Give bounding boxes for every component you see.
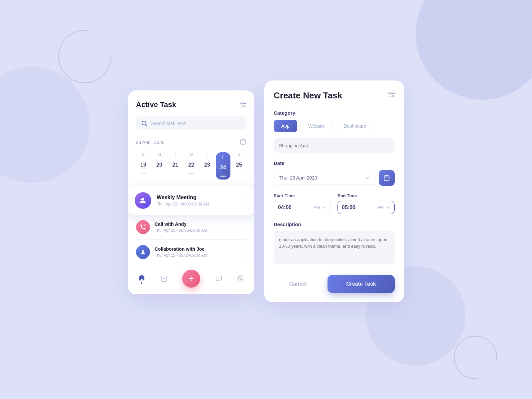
svg-point-10	[142, 198, 144, 200]
list-item-time-2: Thu, Apr 23 • 08:00-09:00 AM	[155, 253, 246, 258]
day-25[interactable]: S 25	[232, 152, 246, 180]
category-label: Category	[274, 110, 395, 116]
list-item-name-2: Collaboration with Joe	[155, 246, 246, 252]
deco-arc-left	[58, 30, 111, 83]
day-24[interactable]: F 24	[216, 152, 230, 180]
search-bar[interactable]: Search task here	[136, 116, 246, 130]
end-time-chevron	[386, 205, 390, 209]
left-panel-header: Active Task	[136, 100, 246, 109]
fab-add-button[interactable]: +	[182, 270, 200, 288]
featured-task-card[interactable]: Weekly Meeting Thu, Apr 23 • 08:00-09:00…	[128, 186, 254, 215]
calendar-icon[interactable]	[240, 138, 246, 146]
svg-point-19	[240, 278, 242, 280]
svg-point-18	[219, 278, 220, 278]
bottom-nav: +	[128, 264, 254, 294]
list-item[interactable]: Collaboration with Joe Thu, Apr 23 • 08:…	[136, 240, 246, 264]
svg-point-3	[244, 105, 245, 107]
list-item-info-2: Collaboration with Joe Thu, Apr 23 • 08:…	[155, 246, 246, 258]
list-item-name-1: Call with Andy	[155, 221, 246, 227]
description-textarea[interactable]	[274, 231, 395, 264]
start-time-label: Start Time	[274, 193, 331, 198]
list-item-info-1: Call with Andy Thu, Apr 23 • 08:00-09:00…	[155, 221, 246, 233]
left-panel-title: Active Task	[136, 100, 176, 109]
date-row: 23 April, 2020	[136, 138, 246, 146]
day-19[interactable]: S 19	[136, 152, 151, 180]
nav-settings[interactable]	[237, 275, 244, 282]
time-section: Start Time 04:00 PM End Time 05:00 PM	[274, 193, 395, 214]
chevron-down-icon	[365, 176, 370, 180]
search-placeholder: Search task here	[151, 121, 186, 126]
svg-rect-24	[384, 176, 389, 181]
description-label: Description	[274, 221, 395, 227]
end-time-ampm: PM	[377, 205, 384, 210]
nav-box[interactable]	[160, 275, 168, 282]
start-time-value: 04:00	[278, 204, 311, 210]
current-date: 23 April, 2020	[136, 140, 165, 145]
deco-arc-right	[454, 336, 497, 379]
category-buttons: App Website Dashboard	[274, 120, 395, 132]
action-buttons: Cancel Create Task	[274, 275, 395, 293]
start-time-input[interactable]: 04:00 PM	[274, 201, 331, 214]
list-item[interactable]: Call with Andy Thu, Apr 23 • 08:00-09:00…	[136, 215, 246, 240]
nav-chat[interactable]	[215, 275, 222, 282]
task-icon-collab	[136, 245, 150, 259]
task-name-input[interactable]	[274, 138, 395, 153]
svg-point-14	[142, 250, 144, 252]
day-21[interactable]: T 21	[168, 152, 183, 180]
list-item-time-1: Thu, Apr 23 • 08:00-09:00 AM	[155, 228, 246, 233]
cancel-button[interactable]: Cancel	[274, 275, 322, 293]
svg-point-17	[218, 278, 219, 278]
cat-website-button[interactable]: Website	[301, 120, 332, 132]
create-task-button[interactable]: Create Task	[328, 275, 395, 293]
filter-icon[interactable]	[240, 102, 246, 107]
day-22[interactable]: W 22	[184, 152, 199, 180]
featured-task-time: Thu, Apr 23 • 08:00-09:00 AM	[157, 202, 248, 206]
start-time-group: Start Time 04:00 PM	[274, 193, 331, 214]
start-time-chevron	[323, 205, 327, 209]
svg-point-16	[217, 278, 218, 278]
featured-task-name: Weekly Meeting	[157, 195, 248, 200]
end-time-group: End Time 05:00 PM	[337, 193, 395, 214]
panels-wrapper: Active Task Search task here 23 Apri	[128, 90, 404, 302]
right-panel-header: Create New Task	[274, 90, 395, 101]
featured-task-avatar	[135, 192, 151, 209]
task-icon-call	[136, 220, 150, 234]
right-panel-title: Create New Task	[274, 90, 342, 101]
end-time-input[interactable]: 05:00 PM	[337, 201, 395, 214]
week-calendar: S 19 M 20 T 21 W 22 T 23	[136, 152, 246, 180]
svg-point-2	[241, 102, 243, 104]
svg-point-11	[141, 199, 142, 200]
right-filter-icon[interactable]	[388, 92, 395, 99]
date-label: Date	[274, 160, 395, 166]
create-task-panel: Create New Task Category App Website Das…	[264, 80, 404, 302]
svg-point-23	[392, 95, 394, 97]
date-dropdown-value: Thu, 23 April 2020	[279, 175, 317, 181]
start-time-ampm: PM	[314, 205, 320, 210]
task-list: Call with Andy Thu, Apr 23 • 08:00-09:00…	[136, 215, 246, 264]
nav-home[interactable]	[138, 274, 145, 284]
day-20[interactable]: M 20	[152, 152, 167, 180]
active-task-panel: Active Task Search task here 23 Apri	[128, 90, 254, 294]
svg-rect-6	[240, 140, 246, 144]
day-23[interactable]: T 23	[200, 152, 214, 180]
svg-line-5	[146, 125, 147, 126]
cat-app-button[interactable]: App	[274, 120, 297, 132]
end-time-value: 05:00	[342, 204, 375, 210]
end-time-label: End Time	[337, 193, 395, 198]
date-dropdown[interactable]: Thu, 23 April 2020	[274, 171, 375, 185]
search-icon	[141, 120, 147, 126]
featured-task-info: Weekly Meeting Thu, Apr 23 • 08:00-09:00…	[157, 195, 248, 206]
svg-point-4	[142, 121, 146, 125]
svg-point-22	[389, 93, 391, 94]
date-calendar-button[interactable]	[379, 170, 395, 186]
date-select-row: Thu, 23 April 2020	[274, 170, 395, 186]
cat-dashboard-button[interactable]: Dashboard	[336, 120, 374, 132]
